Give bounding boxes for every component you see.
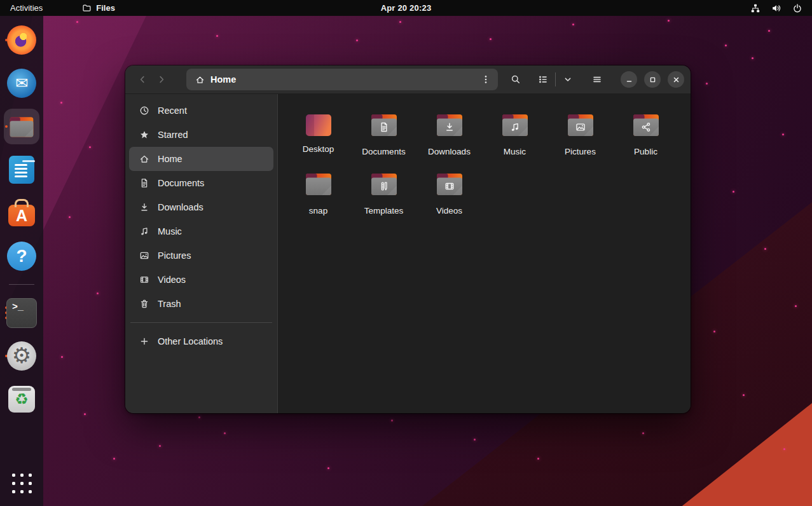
current-location-label: Home xyxy=(210,74,236,85)
folder-icon xyxy=(631,109,661,140)
forward-button[interactable] xyxy=(152,70,171,89)
music-icon xyxy=(139,226,149,236)
file-item-documents[interactable]: Documents xyxy=(351,104,416,163)
focused-app-menu[interactable]: Files xyxy=(82,3,115,13)
network-icon[interactable] xyxy=(750,3,760,13)
folder-icon xyxy=(369,109,399,140)
file-item-snap[interactable]: snap xyxy=(286,163,351,222)
folder-icon xyxy=(434,168,465,199)
chevron-right-icon xyxy=(156,74,167,85)
home-icon xyxy=(195,75,205,85)
power-icon[interactable] xyxy=(792,3,802,13)
file-item-downloads[interactable]: Downloads xyxy=(416,104,482,163)
dock xyxy=(0,16,43,506)
view-toggle-group xyxy=(533,70,577,89)
dock-item-writer[interactable] xyxy=(0,154,43,185)
maximize-button[interactable] xyxy=(644,71,661,88)
location-options-button[interactable] xyxy=(476,70,495,89)
volume-icon[interactable] xyxy=(771,3,781,13)
sidebar-item-home[interactable]: Home xyxy=(129,147,273,171)
home-icon xyxy=(139,154,149,164)
minimize-button[interactable] xyxy=(621,71,637,88)
sidebar-item-starred[interactable]: Starred xyxy=(129,123,273,147)
thunderbird-icon xyxy=(6,68,37,99)
file-item-videos[interactable]: Videos xyxy=(416,163,482,222)
header-bar: Home xyxy=(125,65,691,94)
software-icon xyxy=(6,198,37,228)
help-icon xyxy=(6,241,37,271)
sidebar-item-recent[interactable]: Recent xyxy=(129,99,273,123)
file-item-label: Downloads xyxy=(428,147,471,157)
view-options-button[interactable] xyxy=(558,70,577,89)
file-item-pictures[interactable]: Pictures xyxy=(547,104,613,163)
sidebar-item-label: Music xyxy=(158,226,182,236)
desktop-gradient-icon xyxy=(303,109,334,140)
dock-item-app-grid[interactable] xyxy=(0,468,43,498)
sidebar-item-label: Other Locations xyxy=(158,336,223,346)
folder-icon xyxy=(82,3,92,13)
back-button[interactable] xyxy=(133,70,152,89)
sidebar-item-trash[interactable]: Trash xyxy=(129,292,273,316)
system-top-bar: Activities Files Apr 20 20:23 xyxy=(0,0,812,16)
list-view-button[interactable] xyxy=(533,70,553,89)
sidebar-item-label: Home xyxy=(158,154,182,164)
file-item-templates[interactable]: Templates xyxy=(351,163,416,222)
clock[interactable]: Apr 20 20:23 xyxy=(381,3,432,13)
dock-item-trash[interactable] xyxy=(0,384,43,414)
sidebar-item-other-locations[interactable]: Other Locations xyxy=(129,329,273,353)
settings-icon xyxy=(6,341,37,371)
folder-icon xyxy=(434,109,465,140)
sidebar-item-label: Recent xyxy=(158,106,187,116)
dock-item-software[interactable] xyxy=(0,198,43,228)
dock-item-files[interactable] xyxy=(0,111,43,142)
file-item-desktop[interactable]: Desktop xyxy=(286,104,351,163)
trash-icon xyxy=(139,299,149,309)
download-icon xyxy=(139,202,149,212)
dock-item-terminal[interactable] xyxy=(0,297,43,328)
search-button[interactable] xyxy=(506,70,525,89)
folder-icon xyxy=(303,168,334,199)
sidebar-item-label: Videos xyxy=(158,275,186,285)
image-icon xyxy=(139,250,149,261)
sidebar: Recent Starred Home Documents Downloads … xyxy=(125,94,278,413)
app-grid-icon xyxy=(6,468,37,498)
folder-icon xyxy=(8,113,36,140)
film-icon xyxy=(139,275,149,285)
dock-item-settings[interactable] xyxy=(0,341,43,371)
main-menu-button[interactable] xyxy=(588,70,607,89)
sidebar-item-label: Starred xyxy=(158,130,188,140)
sidebar-item-pictures[interactable]: Pictures xyxy=(129,243,273,268)
sidebar-item-documents[interactable]: Documents xyxy=(129,171,273,195)
list-view-icon xyxy=(538,74,548,85)
files-icon xyxy=(6,111,37,142)
trash-dock-icon xyxy=(6,384,37,414)
sidebar-item-videos[interactable]: Videos xyxy=(129,268,273,292)
dock-item-divider[interactable] xyxy=(0,284,43,285)
folder-icon xyxy=(500,109,530,140)
close-button[interactable] xyxy=(668,71,684,88)
chevron-left-icon xyxy=(137,74,148,85)
divider xyxy=(555,72,556,86)
dock-item-firefox[interactable] xyxy=(0,25,43,55)
path-bar[interactable]: Home xyxy=(186,69,498,90)
firefox-icon xyxy=(6,25,37,55)
dock-item-thunderbird[interactable] xyxy=(0,68,43,99)
file-item-label: Public xyxy=(634,147,657,157)
dock-item-help[interactable] xyxy=(0,241,43,271)
file-grid[interactable]: Desktop Documents Downloads Music xyxy=(278,94,691,413)
sidebar-item-label: Downloads xyxy=(158,202,203,212)
recent-icon xyxy=(139,106,149,116)
close-icon xyxy=(671,75,681,85)
file-item-label: Documents xyxy=(362,147,405,157)
file-item-music[interactable]: Music xyxy=(482,104,547,163)
sidebar-item-music[interactable]: Music xyxy=(129,219,273,243)
minimize-icon xyxy=(624,75,634,85)
sidebar-item-downloads[interactable]: Downloads xyxy=(129,195,273,219)
focused-app-name: Files xyxy=(96,3,115,13)
plus-icon xyxy=(139,336,149,346)
window-controls xyxy=(621,71,684,88)
file-item-public[interactable]: Public xyxy=(613,104,678,163)
files-window: Home xyxy=(125,65,691,413)
activities-button[interactable]: Activities xyxy=(0,0,53,16)
system-status-area[interactable] xyxy=(750,3,812,13)
